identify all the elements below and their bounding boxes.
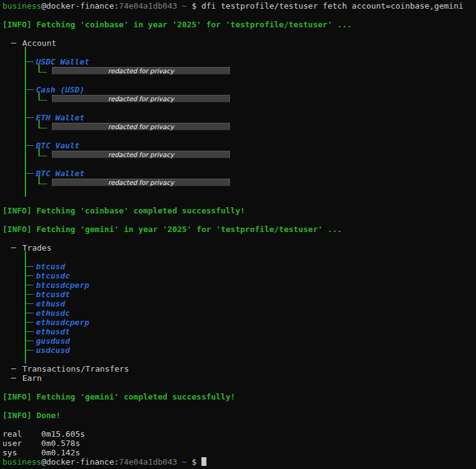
wallet-name: USDC Wallet: [36, 57, 89, 66]
timing-row: user0m0.578s: [2, 439, 476, 448]
tree-branch-line: [25, 173, 33, 174]
tree-corner-line: [38, 128, 47, 129]
wallet-name: Cash (USD): [36, 85, 84, 94]
redaction-label: redacted for privacy: [108, 123, 174, 130]
trade-name: btcusdc: [36, 271, 70, 280]
redaction-bar: redacted for privacy: [52, 151, 230, 158]
tree-branch-line: [25, 331, 33, 333]
prompt-symbol: $: [192, 457, 196, 467]
timing-value: 0m15.605s: [42, 429, 85, 439]
trade-name: usdcusd: [36, 346, 70, 355]
prompt-host: @docker-finance:: [42, 1, 119, 11]
transactions-section-row: ─Transactions/Transfers: [2, 364, 476, 373]
tree-branch-line: [25, 145, 33, 146]
info-fetch-gemini: [INFO] Fetching 'gemini' in year '2025' …: [2, 225, 476, 234]
timing-label: sys: [2, 448, 42, 457]
prompt-line: business@docker-finance:74e04a1db043 ~ $: [2, 457, 476, 467]
account-section-label: Account: [22, 38, 56, 48]
account-section-row: ─Account: [2, 38, 476, 48]
trade-name: btcusdt: [36, 290, 70, 299]
prompt-user: business: [2, 1, 42, 11]
redaction-bar: redacted for privacy: [52, 179, 230, 186]
wallet-name: BTC Vault: [36, 141, 79, 150]
tree-branch-line: [25, 285, 33, 286]
trade-name: ethusdc: [36, 308, 70, 318]
timing-row: real0m15.605s: [2, 429, 476, 439]
prompt-host: @docker-finance:: [42, 457, 119, 467]
tree-branch-line: [25, 341, 33, 342]
info-fetch-coinbase: [INFO] Fetching 'coinbase' in year '2025…: [2, 20, 476, 29]
section-dash-icon: ─: [11, 38, 16, 48]
tree-branch-line: [25, 303, 33, 305]
redaction-label: redacted for privacy: [108, 151, 174, 158]
timing-label: real: [2, 429, 42, 439]
tree-branch-line: [25, 117, 33, 118]
section-dash-icon: ─: [11, 243, 16, 252]
section-dash-icon: ─: [11, 373, 16, 383]
info-gemini-done: [INFO] Fetching 'gemini' completed succe…: [2, 392, 476, 401]
prompt-container-id: 74e04a1db043: [119, 457, 177, 467]
redaction-label: redacted for privacy: [108, 96, 174, 102]
tree-corner-line: [38, 184, 47, 185]
trade-name: gusdusd: [36, 336, 70, 346]
trade-name: ethusdt: [36, 327, 70, 336]
timing-label: user: [2, 439, 42, 448]
tree-branch-line: [25, 294, 33, 295]
redaction-bar: redacted for privacy: [52, 95, 230, 102]
prompt-user: business: [2, 457, 42, 467]
trades-section-label: Trades: [22, 243, 51, 252]
tree-branch-line: [25, 89, 33, 91]
prompt-line: business@docker-finance:74e04a1db043 ~ $…: [2, 1, 476, 11]
redaction-bar: redacted for privacy: [52, 123, 230, 130]
prompt-container-id: 74e04a1db043: [119, 1, 177, 11]
earn-section-row: ─Earn: [2, 373, 476, 383]
trades-section-row: ─Trades: [2, 243, 476, 252]
command-text: dfi testprofile/testuser fetch account=c…: [201, 1, 464, 11]
transactions-section-label: Transactions/Transfers: [22, 364, 129, 373]
cursor-block: [201, 457, 206, 466]
tree-branch-line: [25, 266, 33, 267]
terminal-window[interactable]: business@docker-finance:74e04a1db043 ~ $…: [0, 0, 476, 469]
earn-section-label: Earn: [22, 373, 42, 383]
timing-row: sys0m0.142s: [2, 448, 476, 457]
wallet-name: BTC Wallet: [36, 169, 84, 178]
info-coinbase-done: [INFO] Fetching 'coinbase' completed suc…: [2, 206, 476, 215]
tree-vertical-line: [25, 251, 26, 364]
prompt-symbol: $: [192, 1, 196, 11]
tree-branch-line: [25, 350, 33, 351]
trade-name: btcusdcperp: [36, 280, 89, 290]
section-dash-icon: ─: [11, 364, 16, 373]
redaction-bar: redacted for privacy: [52, 67, 230, 74]
timing-value: 0m0.142s: [42, 448, 81, 457]
tree-vertical-line: [25, 47, 26, 197]
wallet-name: ETH Wallet: [36, 113, 84, 122]
trade-name: btcusd: [36, 262, 65, 271]
tree-branch-line: [25, 61, 33, 63]
tree-corner-line: [38, 156, 47, 157]
tree-corner-line: [38, 72, 47, 73]
tree-branch-line: [25, 322, 33, 323]
timing-value: 0m0.578s: [42, 439, 81, 448]
redaction-label: redacted for privacy: [108, 179, 174, 186]
tree-branch-line: [25, 275, 33, 277]
redaction-label: redacted for privacy: [108, 68, 174, 74]
info-done: [INFO] Done!: [2, 411, 476, 420]
trade-name: ethusdcperp: [36, 318, 89, 327]
trade-name: ethusd: [36, 299, 65, 308]
tree-corner-line: [38, 100, 47, 101]
tree-branch-line: [25, 313, 33, 314]
